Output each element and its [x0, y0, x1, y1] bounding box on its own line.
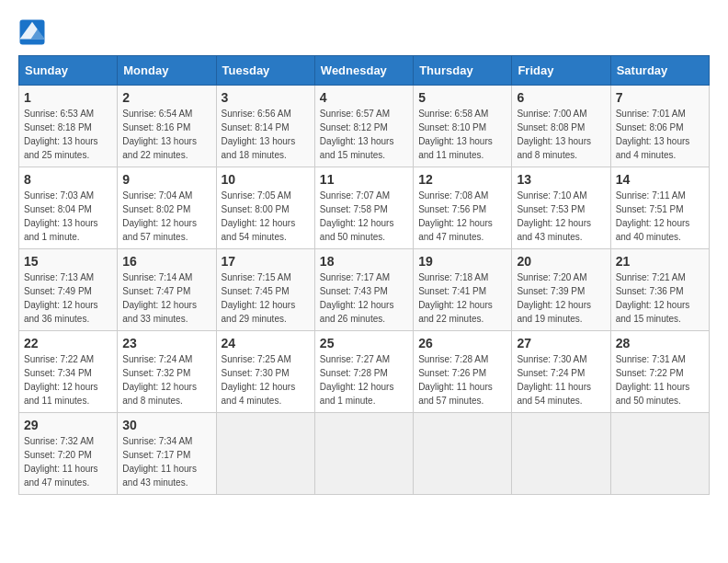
day-number: 30: [122, 418, 210, 432]
calendar-cell: 24Sunrise: 7:25 AM Sunset: 7:30 PM Dayli…: [216, 331, 314, 413]
day-number: 22: [24, 336, 112, 350]
logo: [18, 18, 50, 46]
calendar-body: 1Sunrise: 6:53 AM Sunset: 8:18 PM Daylig…: [19, 86, 710, 495]
day-number: 6: [517, 90, 605, 105]
calendar-cell: 10Sunrise: 7:05 AM Sunset: 8:00 PM Dayli…: [216, 167, 314, 249]
calendar-cell: 28Sunrise: 7:31 AM Sunset: 7:22 PM Dayli…: [610, 331, 709, 413]
day-number: 28: [616, 336, 704, 350]
weekday-header-sunday: Sunday: [19, 56, 118, 86]
day-number: 2: [122, 90, 210, 105]
calendar-cell: 19Sunrise: 7:18 AM Sunset: 7:41 PM Dayli…: [414, 249, 512, 331]
calendar-cell: 23Sunrise: 7:24 AM Sunset: 7:32 PM Dayli…: [118, 331, 216, 413]
day-number: 12: [418, 172, 506, 187]
day-number: 18: [320, 254, 408, 269]
calendar-cell: 20Sunrise: 7:20 AM Sunset: 7:39 PM Dayli…: [512, 249, 610, 331]
calendar-cell: 21Sunrise: 7:21 AM Sunset: 7:36 PM Dayli…: [610, 249, 709, 331]
day-info: Sunrise: 7:32 AM Sunset: 7:20 PM Dayligh…: [24, 434, 112, 489]
calendar-cell: 26Sunrise: 7:28 AM Sunset: 7:26 PM Dayli…: [414, 331, 512, 413]
day-info: Sunrise: 7:03 AM Sunset: 8:04 PM Dayligh…: [24, 189, 112, 244]
day-info: Sunrise: 6:58 AM Sunset: 8:10 PM Dayligh…: [418, 107, 506, 162]
calendar-cell: [216, 413, 314, 495]
day-info: Sunrise: 7:22 AM Sunset: 7:34 PM Dayligh…: [24, 352, 112, 408]
calendar-cell: 30Sunrise: 7:34 AM Sunset: 7:17 PM Dayli…: [118, 413, 216, 495]
calendar-cell: 11Sunrise: 7:07 AM Sunset: 7:58 PM Dayli…: [314, 167, 413, 249]
weekday-header-monday: Monday: [118, 56, 216, 86]
calendar-week-row: 1Sunrise: 6:53 AM Sunset: 8:18 PM Daylig…: [19, 86, 710, 167]
day-info: Sunrise: 7:34 AM Sunset: 7:17 PM Dayligh…: [122, 434, 210, 489]
day-number: 21: [616, 254, 704, 269]
day-number: 9: [122, 172, 210, 187]
calendar-header: SundayMondayTuesdayWednesdayThursdayFrid…: [19, 56, 710, 86]
day-number: 11: [320, 172, 408, 187]
calendar-cell: 27Sunrise: 7:30 AM Sunset: 7:24 PM Dayli…: [512, 331, 610, 413]
day-info: Sunrise: 7:31 AM Sunset: 7:22 PM Dayligh…: [616, 352, 704, 408]
day-info: Sunrise: 6:54 AM Sunset: 8:16 PM Dayligh…: [122, 107, 210, 162]
day-info: Sunrise: 7:04 AM Sunset: 8:02 PM Dayligh…: [122, 189, 210, 244]
calendar-cell: [414, 413, 512, 495]
calendar-cell: 7Sunrise: 7:01 AM Sunset: 8:06 PM Daylig…: [610, 86, 709, 167]
calendar-cell: 6Sunrise: 7:00 AM Sunset: 8:08 PM Daylig…: [512, 86, 610, 167]
day-info: Sunrise: 7:25 AM Sunset: 7:30 PM Dayligh…: [222, 352, 310, 408]
calendar-cell: 14Sunrise: 7:11 AM Sunset: 7:51 PM Dayli…: [610, 167, 709, 249]
day-number: 10: [222, 172, 310, 187]
header: [18, 18, 710, 46]
calendar-cell: 8Sunrise: 7:03 AM Sunset: 8:04 PM Daylig…: [19, 167, 118, 249]
day-info: Sunrise: 7:27 AM Sunset: 7:28 PM Dayligh…: [320, 352, 408, 408]
day-number: 8: [24, 172, 112, 187]
day-info: Sunrise: 7:00 AM Sunset: 8:08 PM Dayligh…: [517, 107, 605, 162]
day-info: Sunrise: 7:13 AM Sunset: 7:49 PM Dayligh…: [24, 270, 112, 326]
day-number: 15: [24, 254, 112, 269]
calendar-cell: 4Sunrise: 6:57 AM Sunset: 8:12 PM Daylig…: [314, 86, 413, 167]
day-info: Sunrise: 7:28 AM Sunset: 7:26 PM Dayligh…: [418, 352, 506, 408]
day-info: Sunrise: 6:57 AM Sunset: 8:12 PM Dayligh…: [320, 107, 408, 162]
day-info: Sunrise: 7:30 AM Sunset: 7:24 PM Dayligh…: [517, 352, 605, 408]
calendar-cell: [314, 413, 413, 495]
day-number: 7: [616, 90, 704, 105]
day-number: 17: [222, 254, 310, 269]
calendar-cell: 18Sunrise: 7:17 AM Sunset: 7:43 PM Dayli…: [314, 249, 413, 331]
calendar-week-row: 29Sunrise: 7:32 AM Sunset: 7:20 PM Dayli…: [19, 413, 710, 495]
day-info: Sunrise: 7:15 AM Sunset: 7:45 PM Dayligh…: [222, 270, 310, 326]
weekday-header-row: SundayMondayTuesdayWednesdayThursdayFrid…: [19, 56, 710, 86]
calendar-week-row: 8Sunrise: 7:03 AM Sunset: 8:04 PM Daylig…: [19, 167, 710, 249]
weekday-header-wednesday: Wednesday: [314, 56, 413, 86]
day-info: Sunrise: 7:21 AM Sunset: 7:36 PM Dayligh…: [616, 270, 704, 326]
weekday-header-tuesday: Tuesday: [216, 56, 314, 86]
calendar-cell: 15Sunrise: 7:13 AM Sunset: 7:49 PM Dayli…: [19, 249, 118, 331]
weekday-header-saturday: Saturday: [610, 56, 709, 86]
calendar-cell: 2Sunrise: 6:54 AM Sunset: 8:16 PM Daylig…: [118, 86, 216, 167]
calendar-cell: 12Sunrise: 7:08 AM Sunset: 7:56 PM Dayli…: [414, 167, 512, 249]
calendar-cell: 16Sunrise: 7:14 AM Sunset: 7:47 PM Dayli…: [118, 249, 216, 331]
calendar-cell: [512, 413, 610, 495]
day-info: Sunrise: 7:17 AM Sunset: 7:43 PM Dayligh…: [320, 270, 408, 326]
day-number: 14: [616, 172, 704, 187]
day-number: 20: [517, 254, 605, 269]
day-info: Sunrise: 6:56 AM Sunset: 8:14 PM Dayligh…: [222, 107, 310, 162]
calendar-cell: [610, 413, 709, 495]
day-info: Sunrise: 7:10 AM Sunset: 7:53 PM Dayligh…: [517, 189, 605, 244]
calendar-table: SundayMondayTuesdayWednesdayThursdayFrid…: [18, 55, 710, 495]
day-number: 16: [122, 254, 210, 269]
day-info: Sunrise: 7:05 AM Sunset: 8:00 PM Dayligh…: [222, 189, 310, 244]
calendar-cell: 29Sunrise: 7:32 AM Sunset: 7:20 PM Dayli…: [19, 413, 118, 495]
day-info: Sunrise: 7:08 AM Sunset: 7:56 PM Dayligh…: [418, 189, 506, 244]
logo-icon: [18, 18, 46, 46]
calendar-cell: 17Sunrise: 7:15 AM Sunset: 7:45 PM Dayli…: [216, 249, 314, 331]
day-number: 23: [122, 336, 210, 350]
day-number: 26: [418, 336, 506, 350]
day-number: 4: [320, 90, 408, 105]
day-number: 24: [222, 336, 310, 350]
day-number: 29: [24, 418, 112, 432]
day-info: Sunrise: 7:07 AM Sunset: 7:58 PM Dayligh…: [320, 189, 408, 244]
day-info: Sunrise: 7:20 AM Sunset: 7:39 PM Dayligh…: [517, 270, 605, 326]
day-number: 1: [24, 90, 112, 105]
day-info: Sunrise: 7:24 AM Sunset: 7:32 PM Dayligh…: [122, 352, 210, 408]
day-number: 25: [320, 336, 408, 350]
day-number: 5: [418, 90, 506, 105]
day-info: Sunrise: 7:18 AM Sunset: 7:41 PM Dayligh…: [418, 270, 506, 326]
calendar-cell: 1Sunrise: 6:53 AM Sunset: 8:18 PM Daylig…: [19, 86, 118, 167]
calendar-cell: 9Sunrise: 7:04 AM Sunset: 8:02 PM Daylig…: [118, 167, 216, 249]
day-info: Sunrise: 6:53 AM Sunset: 8:18 PM Dayligh…: [24, 107, 112, 162]
weekday-header-thursday: Thursday: [414, 56, 512, 86]
calendar-cell: 3Sunrise: 6:56 AM Sunset: 8:14 PM Daylig…: [216, 86, 314, 167]
